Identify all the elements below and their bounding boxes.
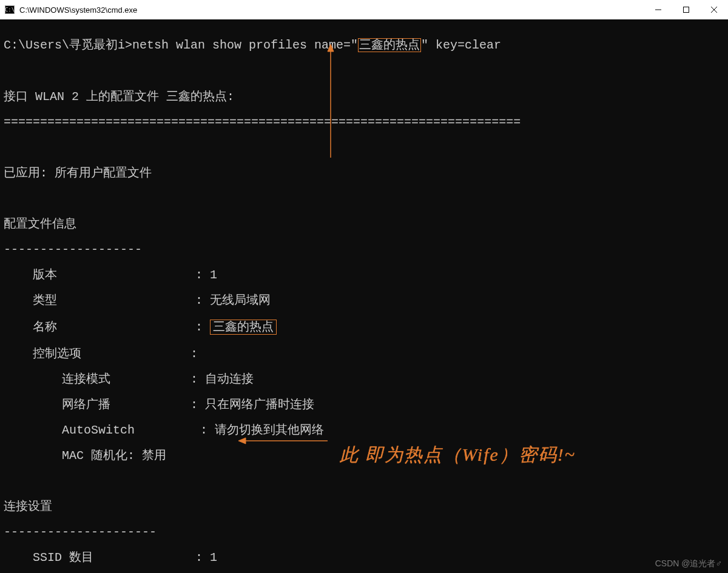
watermark: CSDN @追光者♂ xyxy=(655,558,722,569)
svg-rect-1 xyxy=(684,7,689,13)
section-profile-info: 配置文件信息 xyxy=(4,218,724,230)
window-controls xyxy=(644,0,728,19)
interface-header: 接口 WLAN 2 上的配置文件 三鑫的热点: xyxy=(4,90,724,103)
profile-name-value-highlight: 三鑫的热点 xyxy=(210,320,277,335)
section-connection: 连接设置 xyxy=(4,500,724,513)
window-title: C:\WINDOWS\system32\cmd.exe xyxy=(19,5,137,15)
prompt-line: C:\Users\寻觅最初i>netsh wlan show profiles … xyxy=(4,38,724,52)
maximize-button[interactable] xyxy=(672,0,700,19)
close-button[interactable] xyxy=(700,0,728,19)
cmd-icon: C:\ xyxy=(5,5,15,14)
profile-name-highlight: 三鑫的热点 xyxy=(358,38,421,52)
window-titlebar: C:\ C:\WINDOWS\system32\cmd.exe xyxy=(0,0,728,19)
annotation-text: 此 即为热点（Wife）密码!~ xyxy=(340,443,576,467)
terminal-output[interactable]: C:\Users\寻觅最初i>netsh wlan show profiles … xyxy=(0,19,728,573)
minimize-button[interactable] xyxy=(644,0,672,19)
